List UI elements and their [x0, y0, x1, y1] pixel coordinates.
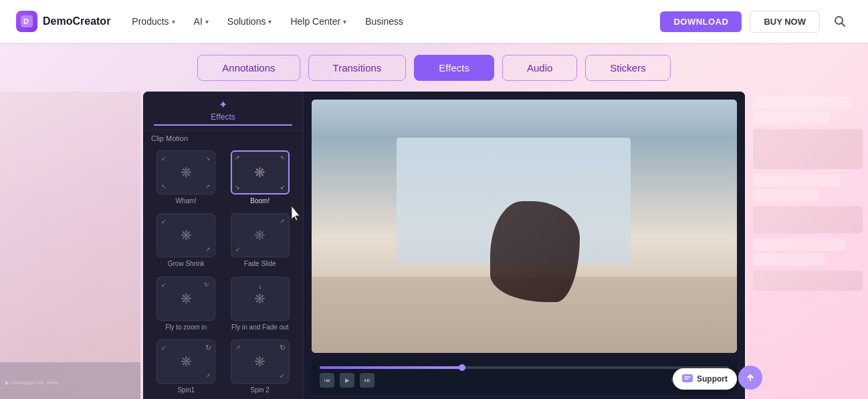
nav-business[interactable]: Business: [365, 16, 403, 27]
nav-ai[interactable]: AI ▾: [194, 16, 209, 27]
chevron-down-icon: ▾: [268, 18, 272, 25]
timeline-buttons: ⏮ ▶ ⏭: [320, 373, 374, 388]
effect-spin1-label: Spin1: [177, 386, 195, 394]
right-blur-content: [748, 92, 868, 399]
timeline-progress[interactable]: [320, 366, 729, 369]
svg-line-3: [842, 23, 845, 27]
timeline-skip-fwd[interactable]: ⏭: [360, 373, 374, 388]
panel-header: ✦ Effects: [143, 92, 303, 130]
nav-items: Products ▾ AI ▾ Solutions ▾ Help Center …: [132, 16, 660, 27]
effect-boom-thumb: ❋ ↗ ↖ ↘ ↙: [231, 150, 290, 194]
effect-fly-fade-thumb: ❋ ↓: [231, 277, 290, 321]
tab-transitions[interactable]: Transitions: [308, 55, 407, 81]
timeline-progress-fill: [320, 366, 463, 369]
nav-actions: DOWNLOAD BUY NOW: [660, 9, 852, 33]
effect-spin1[interactable]: ❋ ↻ ↙ ↗ Spin1: [151, 340, 221, 398]
timeline-skip-back[interactable]: ⏮: [320, 373, 334, 388]
effects-grid: ❋ ↙ ↘ ↖ ↗ Wham! ❋ ↗: [143, 146, 303, 399]
effects-panel-title: Effects: [154, 112, 292, 126]
left-sidebar-blur: ▶ Download this video: [0, 92, 140, 399]
effect-spin2-label: Spin 2: [251, 386, 269, 394]
effect-grow-shrink[interactable]: ❋ ↙ ↗ Grow Shrink: [151, 213, 221, 272]
svg-rect-4: [682, 374, 693, 382]
tab-stickers[interactable]: Stickers: [585, 55, 670, 81]
arrow-up-icon: [745, 372, 756, 383]
timeline-play[interactable]: ▶: [340, 373, 354, 388]
nav-solutions[interactable]: Solutions ▾: [227, 16, 272, 27]
download-button[interactable]: DOWNLOAD: [660, 11, 742, 32]
video-frame: [312, 100, 737, 353]
tab-annotations[interactable]: Annotations: [197, 55, 300, 81]
effect-boom[interactable]: ❋ ↗ ↖ ↘ ↙ Boom!: [225, 150, 296, 209]
effect-grow-shrink-label: Grow Shrink: [168, 260, 205, 267]
tab-effects[interactable]: Effects: [414, 55, 494, 81]
effect-fly-fade-label: Fly in and Fade out: [231, 323, 289, 331]
effect-spin2[interactable]: ❋ ↻ ↗ ↙ Spin 2: [225, 340, 296, 398]
timeline-scrubber[interactable]: [459, 364, 465, 371]
effect-fly-zoom-thumb: ❋ ↙ ↻: [156, 277, 215, 321]
effect-fly-fade[interactable]: ❋ ↓ Fly in and Fade out: [225, 277, 296, 336]
effect-spin2-thumb: ❋ ↻ ↗ ↙: [231, 340, 290, 384]
search-icon[interactable]: [828, 9, 852, 33]
timeline-controls: ⏮ ▶ ⏭ 00:00:00 | 00:30:00: [320, 373, 729, 388]
navbar: D DemoCreator Products ▾ AI ▾ Solutions …: [0, 0, 868, 43]
effect-grow-shrink-thumb: ❋ ↙ ↗: [156, 213, 215, 257]
nav-help-center[interactable]: Help Center ▾: [290, 16, 346, 27]
logo[interactable]: D DemoCreator: [16, 11, 110, 32]
effect-fly-zoom[interactable]: ❋ ↙ ↻ Fly to zoom in: [151, 277, 221, 336]
chevron-down-icon: ▾: [343, 18, 346, 25]
tab-audio[interactable]: Audio: [502, 55, 577, 81]
scroll-up-button[interactable]: [738, 366, 762, 390]
logo-icon: D: [16, 11, 37, 32]
svg-text:D: D: [23, 17, 29, 25]
effect-boom-label: Boom!: [250, 197, 269, 205]
video-area: ⏮ ▶ ⏭ 00:00:00 | 00:30:00: [304, 92, 745, 399]
main-content: ▶ Download this video ✦ Effects Clip Mot…: [0, 92, 868, 399]
editor-panel: ✦ Effects Clip Motion ❋ ↙ ↘ ↖ ↗: [143, 92, 745, 399]
effect-wham[interactable]: ❋ ↙ ↘ ↖ ↗ Wham!: [151, 150, 221, 209]
effect-fade-slide-thumb: ❋ ↗ ↙: [231, 213, 290, 257]
tabs-section: Annotations Transitions Effects Audio St…: [0, 43, 868, 92]
right-sidebar-blur: [748, 92, 868, 399]
support-icon: [682, 374, 693, 384]
effect-fade-slide[interactable]: ❋ ↗ ↙ Fade Slide: [225, 213, 296, 272]
support-button[interactable]: Support: [673, 368, 737, 390]
effect-fly-zoom-label: Fly to zoom in: [165, 323, 207, 331]
clip-motion-label: Clip Motion: [143, 130, 303, 146]
effect-fade-slide-label: Fade Slide: [244, 260, 276, 267]
effect-wham-label: Wham!: [175, 197, 197, 205]
effect-wham-thumb: ❋ ↙ ↘ ↖ ↗: [156, 150, 215, 194]
nav-products[interactable]: Products ▾: [132, 16, 175, 27]
brand-name: DemoCreator: [43, 15, 110, 27]
effect-spin1-thumb: ❋ ↻ ↙ ↗: [156, 340, 215, 384]
video-player: [312, 100, 737, 353]
effects-panel: ✦ Effects Clip Motion ❋ ↙ ↘ ↖ ↗: [143, 92, 304, 399]
chevron-down-icon: ▾: [205, 18, 209, 25]
buy-now-button[interactable]: BUY NOW: [750, 11, 820, 33]
effects-panel-icon: ✦: [219, 98, 227, 111]
chevron-down-icon: ▾: [172, 18, 175, 25]
